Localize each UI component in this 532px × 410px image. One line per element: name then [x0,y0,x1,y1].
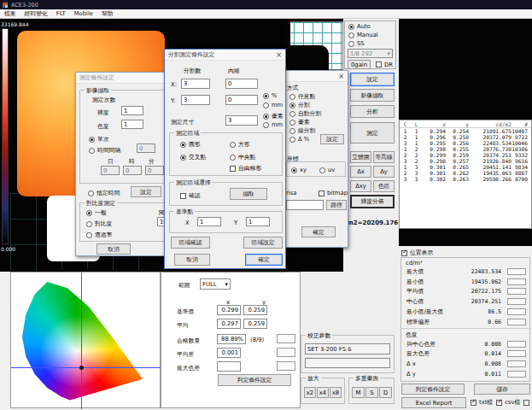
confirm-checkbox[interactable]: 確認 [180,191,201,200]
path-field[interactable] [286,200,324,210]
menu-item[interactable]: 經時變化 [20,9,52,18]
delta-xy-button[interactable]: Δxy [350,180,371,192]
normal-radio[interactable]: 一般 [86,208,107,217]
excel-report-button[interactable]: Excel Report [401,397,466,408]
close-icon[interactable]: × [274,50,284,59]
table-row[interactable]: 12 0.2980.255 20776.73010386 [400,146,531,152]
color-area-button[interactable]: 色區 [373,180,395,192]
menu-item[interactable]: 檔案 [0,9,20,18]
table-row[interactable]: 11 0.2940.254 21891.67510407 [400,128,531,134]
manual-radio[interactable]: Manual [348,32,395,38]
position-display-checkbox[interactable]: 位置表示 [401,249,532,257]
contour-button[interactable]: 等高線 [373,151,395,163]
specified-time-radio[interactable]: 指定時間 [88,189,120,197]
table-row[interactable]: 32 0.2980.257 21926.8409616 [400,158,531,164]
zero-gain-button[interactable]: 0gain [348,60,371,69]
average-y-field[interactable]: 0.259 [243,319,267,329]
cross-point-radio[interactable]: 交叉點 [180,153,206,161]
chroma-count-field[interactable]: 1 [121,120,143,129]
y-divisions-field[interactable]: 3 [181,95,210,105]
center-point-radio[interactable]: 中央點 [230,153,255,161]
measurement-table[interactable]: CL xy cd/m2# 11 0.2940.254 21891.6751040… [399,120,532,229]
method-radio[interactable]: 任意點 [289,92,344,101]
export-checkbox[interactable]: txt檔 [471,398,493,407]
split-cancel-button[interactable]: 取消 [174,254,210,266]
measure-condition-dialog[interactable]: 測定條件設定 影像擷取 測定次數 輝度 1 色度 1 單次 時間間隔 0 日 時… [75,72,171,256]
zoom-factor-button[interactable]: x2 [304,387,316,398]
transmittance-radio[interactable]: 透過率 [86,231,112,239]
specified-time-set-button[interactable]: 設定 [131,186,161,197]
method-radio[interactable]: 分割 [289,101,344,109]
delta-y-button[interactable]: Δy [373,166,395,178]
x-divisions-field[interactable]: 3 [181,79,210,89]
menu-item[interactable]: Mobile [70,10,97,17]
export-checkbox[interactable]: 影像檔 [523,398,532,407]
table-row[interactable]: 21 0.2960.258 20372.0799722 [400,134,531,140]
close-icon[interactable]: × [336,72,346,80]
multiscreen-button[interactable]: M [352,387,365,398]
mm-radio[interactable]: mm [263,102,283,108]
circle-radio[interactable]: 圓形 [180,140,201,149]
percent-radio[interactable]: % [263,92,277,99]
xy-radio[interactable]: xy [291,167,307,173]
method-radio[interactable]: 自動分割 [289,109,344,118]
table-row[interactable]: 22 0.2990.259 20374.2519332 [400,152,531,158]
lum-count-field[interactable]: 1 [121,106,143,115]
single-radio[interactable]: 單次 [89,135,109,144]
delta-x-button[interactable]: Δx [350,166,371,178]
cie-diagram-panel[interactable] [10,272,161,408]
split-measure-dialog[interactable]: 分割測定條件設定 × 分割數 內縮 X: 3 0 Y: 3 0 % mm 測定尺… [164,49,286,269]
measure-size-field[interactable]: 3 [225,115,258,126]
method-set-button[interactable]: 設定 [320,134,344,144]
zoom-factor-button[interactable]: x8 [330,387,342,398]
map3d-button[interactable]: 立體圖 [350,151,371,163]
grab-button[interactable]: 擷取 [230,188,267,200]
cond-cancel-button[interactable]: 取消 [96,243,131,255]
auto-radio[interactable]: Auto [348,23,395,30]
split-ok-button[interactable]: 確定 [245,254,283,266]
uv-radio[interactable]: uv [319,167,335,173]
bitmap-checkbox[interactable]: bitmap [319,190,348,196]
menu-item[interactable]: FLT [52,10,70,17]
method-dialog[interactable]: × 方式 任意點 分割 自動分割 [282,70,348,248]
ref-x-field[interactable]: 1 [197,217,221,226]
secondary-image-viewport[interactable] [399,19,532,120]
dr-checkbox[interactable]: DR [376,62,393,68]
measure-button[interactable]: 測定 [350,122,395,144]
method-ok-button[interactable]: 確定 [301,226,336,237]
contrast-radio[interactable]: 對比度 [86,220,112,228]
method-radio[interactable]: 畫素 [289,118,344,126]
zoom-factor-button[interactable]: x4 [317,387,329,398]
ref-y-field[interactable]: 1 [246,217,270,226]
table-row[interactable]: 23 0.3010.262 19435.0638887 [400,170,531,176]
pixel-radio[interactable]: 畫素 [263,112,284,120]
multiscreen-button[interactable]: D [379,387,392,398]
settings-button[interactable]: 設定 [350,73,395,86]
square-radio[interactable]: 方形 [230,140,250,149]
analyze-button[interactable]: 分析 [350,105,395,118]
shutter-select[interactable]: 1/8 292▾ [348,49,393,58]
y-inset-field[interactable]: 0 [225,95,258,105]
multiscreen-button[interactable]: S [365,387,378,398]
path-button[interactable]: 路徑 [326,200,347,210]
free-trapezoid-checkbox[interactable]: 自由梯形 [230,164,261,173]
table-row[interactable]: 31 0.2950.256 22483.53410046 [400,140,531,146]
area-confirm-button[interactable]: 區域確認 [171,237,210,249]
range-select[interactable]: FULL▾ [200,278,231,290]
table-row[interactable]: 13 0.3010.265 20451.1419834 [400,164,531,170]
stats-judge-button[interactable]: 判定條件設定 [401,384,465,395]
menu-item[interactable]: 幫助 [97,9,118,18]
reference-y-field[interactable]: 0.259 [243,305,267,315]
export-checkbox[interactable]: csv檔 [496,398,520,407]
reference-x-field[interactable]: 0.299 [217,305,241,315]
judge-condition-button[interactable]: 判定條件設定 [218,374,291,386]
capture-button[interactable]: 影像擷取 [350,89,395,102]
interval-radio[interactable]: 時間間隔 [89,146,120,155]
mm2-radio[interactable]: mm [263,121,283,128]
ss-radio[interactable]: SS [348,40,395,47]
area-set-button[interactable]: 區域設定 [243,237,283,249]
save-button[interactable]: 儲存 [474,384,530,395]
table-row[interactable]: 33 0.3020.263 20598.2668700 [400,176,531,182]
x-inset-field[interactable]: 0 [225,79,258,89]
luminance-distribution-button[interactable]: 輝度分佈 [350,195,395,208]
